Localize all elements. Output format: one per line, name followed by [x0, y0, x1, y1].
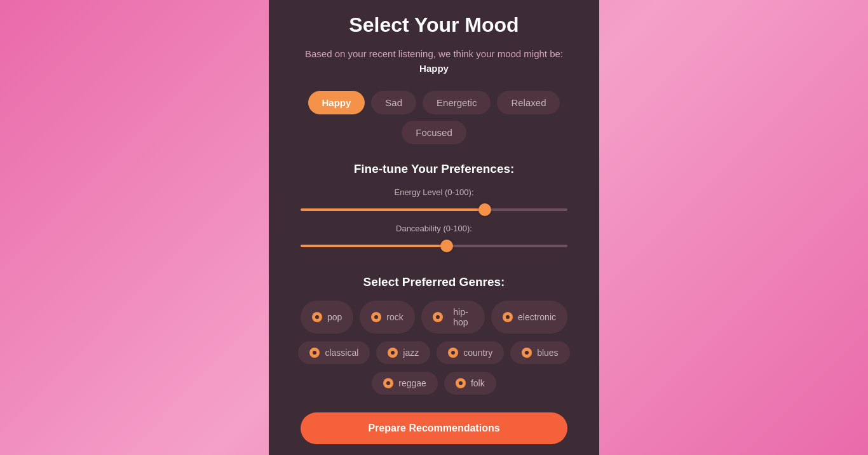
- mood-buttons-group: Happy Sad Energetic Relaxed Focused: [301, 91, 567, 144]
- preferences-title: Fine-tune Your Preferences:: [301, 162, 567, 176]
- genres-title: Select Preferred Genres:: [301, 275, 567, 289]
- genre-btn-blues[interactable]: blues: [510, 341, 569, 364]
- genre-icon-rock: [371, 312, 381, 322]
- genre-icon-classical: [309, 348, 320, 358]
- genre-row-2: classical jazz country blues: [298, 341, 569, 364]
- genre-label-folk: folk: [471, 378, 485, 388]
- danceability-slider[interactable]: [301, 245, 567, 247]
- genre-label-pop: pop: [327, 312, 342, 322]
- mood-btn-sad[interactable]: Sad: [371, 91, 416, 114]
- genre-icon-reggae: [383, 378, 393, 388]
- genre-btn-country[interactable]: country: [437, 341, 504, 364]
- genre-btn-jazz[interactable]: jazz: [376, 341, 430, 364]
- genre-label-blues: blues: [537, 348, 558, 358]
- danceability-label: Danceability (0-100):: [301, 224, 567, 233]
- page-title: Select Your Mood: [349, 13, 519, 37]
- genre-btn-pop[interactable]: pop: [301, 301, 353, 334]
- mood-btn-energetic[interactable]: Energetic: [423, 91, 491, 114]
- genre-label-classical: classical: [325, 348, 358, 358]
- genre-rows: pop rock hip-hop electronic cl: [301, 301, 567, 395]
- genre-label-reggae: reggae: [398, 378, 426, 388]
- energy-slider[interactable]: [301, 208, 567, 211]
- genre-icon-country: [448, 348, 458, 358]
- genres-section: Select Preferred Genres: pop rock hip-ho…: [301, 275, 567, 395]
- preferences-section: Fine-tune Your Preferences: Energy Level…: [301, 162, 567, 260]
- energy-slider-container: Energy Level (0-100):: [301, 187, 567, 214]
- subtitle: Based on your recent listening, we think…: [305, 47, 563, 76]
- genre-icon-electronic: [503, 312, 513, 322]
- danceability-slider-container: Danceability (0-100):: [301, 224, 567, 250]
- genre-label-jazz: jazz: [403, 348, 419, 358]
- mood-btn-relaxed[interactable]: Relaxed: [497, 91, 560, 114]
- genre-icon-hiphop: [433, 312, 443, 322]
- mood-card: Select Your Mood Based on your recent li…: [269, 0, 599, 455]
- genre-btn-electronic[interactable]: electronic: [491, 301, 567, 334]
- genre-btn-folk[interactable]: folk: [444, 372, 496, 395]
- genre-icon-pop: [312, 312, 322, 322]
- energy-label: Energy Level (0-100):: [301, 187, 567, 197]
- genre-btn-classical[interactable]: classical: [298, 341, 370, 364]
- genre-row-3: reggae folk: [372, 372, 496, 395]
- genre-icon-folk: [456, 378, 466, 388]
- genre-icon-jazz: [388, 348, 398, 358]
- mood-btn-focused[interactable]: Focused: [402, 121, 466, 144]
- genre-label-electronic: electronic: [518, 312, 556, 322]
- genre-btn-reggae[interactable]: reggae: [372, 372, 438, 395]
- genre-row-1: pop rock hip-hop electronic: [301, 301, 567, 334]
- genre-label-hiphop: hip-hop: [448, 307, 473, 327]
- prepare-recommendations-button[interactable]: Prepare Recommendations: [301, 412, 567, 444]
- mood-btn-happy[interactable]: Happy: [308, 91, 365, 114]
- genre-label-country: country: [463, 348, 492, 358]
- genre-label-rock: rock: [386, 312, 403, 322]
- genre-icon-blues: [522, 348, 532, 358]
- genre-btn-hiphop[interactable]: hip-hop: [421, 301, 485, 334]
- genre-btn-rock[interactable]: rock: [360, 301, 414, 334]
